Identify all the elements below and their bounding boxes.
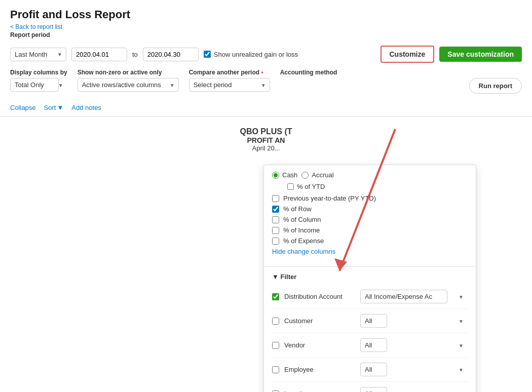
distribution-account-checkbox[interactable] — [272, 293, 279, 300]
page-title: Profit and Loss Report — [10, 8, 522, 21]
run-report-button[interactable]: Run report — [469, 78, 522, 94]
to-label: to — [132, 51, 138, 58]
show-unrealized-group: Show unrealized gain or loss — [204, 51, 298, 58]
compare-col: Compare another period • Select period P… — [189, 69, 270, 92]
toolbar-row: Last Month This Month This Quarter Last … — [0, 42, 532, 67]
customer-select-wrapper: All ▼ — [360, 314, 468, 328]
filter-row-customer: Customer All ▼ — [272, 314, 468, 333]
pct-row-checkbox[interactable] — [272, 206, 279, 213]
sort-button[interactable]: Sort ▼ — [44, 104, 64, 111]
report-toolbar: Collapse Sort ▼ Add notes — [0, 99, 532, 117]
page: Profit and Loss Report < Back to report … — [0, 0, 532, 392]
employee-label: Employee — [284, 366, 355, 373]
non-zero-wrapper: Active rows/active columns Non-zero rows… — [78, 78, 179, 92]
location-select-wrapper: All ▼ — [360, 387, 468, 392]
report-date: April 20... — [10, 144, 522, 152]
company-name: QBO PLUS (T — [10, 127, 522, 136]
location-label: Location — [284, 390, 355, 392]
save-customization-button[interactable]: Save customization — [439, 47, 522, 62]
accounting-label: Accounting method — [280, 69, 337, 76]
customize-dropdown-panel: Cash Accrual % of YTD Previous year-to-d… — [263, 165, 476, 392]
date-to-input[interactable] — [143, 48, 199, 61]
employee-checkbox[interactable] — [272, 366, 279, 373]
sort-label: Sort — [44, 104, 56, 111]
non-zero-col: Show non-zero or active only Active rows… — [78, 69, 179, 92]
customer-arrow-icon: ▼ — [459, 318, 464, 324]
display-row: Display columns by Total Only Month Quar… — [0, 67, 532, 99]
vendor-select[interactable]: All — [360, 338, 387, 352]
employee-arrow-icon: ▼ — [459, 367, 464, 372]
pct-col-label: % of Column — [283, 216, 321, 223]
filter-row-employee: Employee All ▼ — [272, 363, 468, 382]
accounting-method-section: Cash Accrual % of YTD Previous year-to-d… — [264, 165, 476, 266]
columns-by-label: Display columns by — [10, 69, 67, 76]
accrual-radio-label[interactable]: Accrual — [301, 171, 333, 179]
accounting-col: Accounting method — [280, 69, 337, 76]
columns-by-arrow-icon: ▼ — [58, 82, 63, 88]
compare-label-text: Compare another period — [189, 69, 259, 76]
sort-arrow-icon: ▼ — [57, 104, 63, 111]
add-notes-button[interactable]: Add notes — [71, 104, 101, 111]
compare-select[interactable]: Select period Previous Period Previous Y… — [189, 78, 270, 92]
employee-select[interactable]: All — [360, 363, 387, 376]
pct-income-label: % of Income — [283, 226, 320, 234]
main-content: Collapse Sort ▼ Add notes QBO PLUS (T PR… — [0, 99, 532, 392]
date-from-input[interactable] — [71, 48, 127, 61]
distribution-account-arrow-icon: ▼ — [459, 294, 464, 299]
report-name: PROFIT AN — [10, 136, 522, 144]
employee-select-wrapper: All ▼ — [360, 363, 468, 376]
cash-radio-label[interactable]: Cash — [272, 171, 297, 179]
distribution-account-label: Distribution Account — [284, 293, 355, 300]
prev-ytd-checkbox[interactable] — [272, 195, 279, 202]
filter-row-vendor: Vendor All ▼ — [272, 338, 468, 358]
non-zero-select[interactable]: Active rows/active columns Non-zero rows… — [78, 78, 179, 92]
date-preset-select[interactable]: Last Month This Month This Quarter Last … — [10, 48, 66, 61]
customer-checkbox[interactable] — [272, 318, 279, 325]
ytd-row: % of YTD — [272, 183, 468, 190]
filter-row-location: Location All ▼ — [272, 387, 468, 392]
report-body: QBO PLUS (T PROFIT AN April 20... — [0, 117, 532, 162]
filter-header[interactable]: ▼ Filter — [272, 269, 468, 285]
ytd-checkbox[interactable] — [287, 183, 294, 190]
accrual-radio[interactable] — [301, 172, 309, 179]
filter-row-distribution: Distribution Account All Income/Expense … — [272, 290, 468, 309]
date-preset-wrapper: Last Month This Month This Quarter Last … — [10, 48, 66, 61]
non-zero-label: Show non-zero or active only — [78, 69, 179, 76]
vendor-checkbox[interactable] — [272, 342, 279, 349]
hide-change-link[interactable]: Hide change columns — [272, 248, 335, 255]
compare-required-icon: • — [261, 69, 263, 76]
pct-income-row: % of Income — [272, 226, 468, 234]
ytd-label: % of YTD — [297, 183, 325, 190]
columns-by-select[interactable]: Total Only Month Quarter Year — [10, 78, 59, 92]
prev-ytd-row: Previous year-to-date (PY YTD) — [272, 194, 468, 202]
columns-by-wrapper: Total Only Month Quarter Year ▼ — [10, 78, 67, 92]
vendor-select-wrapper: All ▼ — [360, 338, 468, 352]
report-period-label: Report period — [10, 31, 522, 38]
distribution-account-select-wrapper: All Income/Expense Ac All Income Account… — [360, 290, 468, 303]
vendor-arrow-icon: ▼ — [459, 342, 464, 348]
compare-label: Compare another period • — [189, 69, 270, 76]
customer-select[interactable]: All — [360, 314, 387, 328]
header: Profit and Loss Report < Back to report … — [0, 0, 532, 38]
pct-income-checkbox[interactable] — [272, 227, 279, 234]
location-select[interactable]: All — [360, 387, 387, 392]
collapse-button[interactable]: Collapse — [10, 104, 36, 111]
columns-by-col: Display columns by Total Only Month Quar… — [10, 69, 67, 92]
pct-col-checkbox[interactable] — [272, 216, 279, 223]
distribution-account-select[interactable]: All Income/Expense Ac All Income Account… — [360, 290, 447, 303]
pct-expense-label: % of Expense — [283, 237, 324, 245]
pct-expense-checkbox[interactable] — [272, 238, 279, 245]
show-unrealized-checkbox[interactable] — [204, 51, 211, 58]
customize-button[interactable]: Customize — [381, 46, 435, 63]
accounting-method-row: Cash Accrual — [272, 171, 468, 179]
cash-radio[interactable] — [272, 172, 279, 179]
customer-label: Customer — [284, 317, 355, 325]
location-checkbox[interactable] — [272, 390, 279, 393]
vendor-label: Vendor — [284, 341, 355, 349]
cash-label: Cash — [282, 171, 297, 179]
prev-ytd-label: Previous year-to-date (PY YTD) — [283, 194, 376, 202]
pct-row-row: % of Row — [272, 205, 468, 213]
filter-section: ▼ Filter Distribution Account All Income… — [264, 266, 476, 392]
back-link[interactable]: < Back to report list — [10, 23, 522, 30]
accrual-label: Accrual — [312, 171, 333, 179]
